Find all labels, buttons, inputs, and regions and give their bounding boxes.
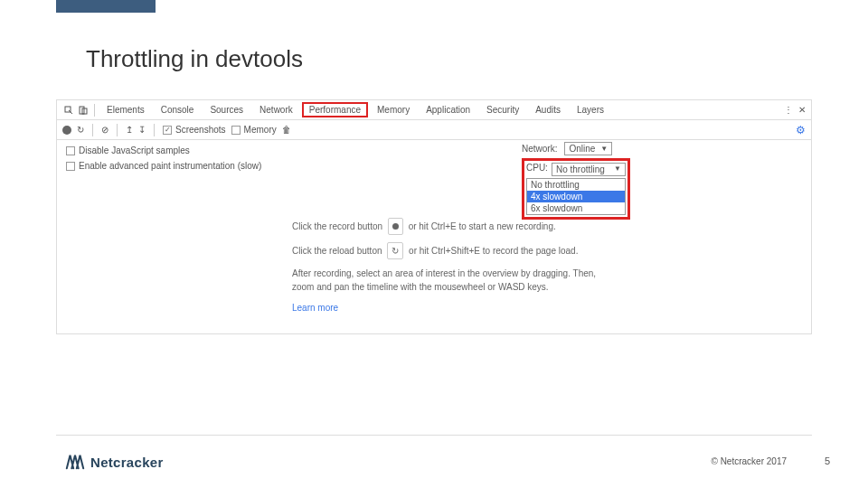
trash-icon[interactable]: 🗑 — [282, 125, 291, 135]
tab-console[interactable]: Console — [154, 102, 202, 117]
cpu-value: No throttling — [556, 164, 605, 174]
tab-performance[interactable]: Performance — [302, 102, 368, 117]
record-button-mini — [388, 218, 403, 235]
hint-after-text: After recording, select an area of inter… — [292, 267, 599, 294]
tab-layers[interactable]: Layers — [570, 102, 611, 117]
devtools-tab-bar: Elements Console Sources Network Perform… — [57, 100, 811, 120]
footer-divider — [56, 435, 812, 436]
tab-memory[interactable]: Memory — [370, 102, 417, 117]
slide-accent-bar — [56, 0, 156, 13]
enable-adv-label: Enable advanced paint instrumentation (s… — [79, 161, 261, 171]
recording-hints: Click the record button or hit Ctrl+E to… — [292, 218, 599, 314]
screenshots-checkbox[interactable]: Screenshots — [163, 125, 226, 135]
hint-reload-text: Click the reload button — [292, 246, 382, 256]
devtools-panel: Elements Console Sources Network Perform… — [56, 99, 812, 334]
tab-security[interactable]: Security — [479, 102, 526, 117]
network-throttle-dropdown[interactable]: Online ▼ — [564, 142, 612, 155]
reload-icon[interactable]: ↻ — [77, 125, 84, 135]
close-icon[interactable]: ✕ — [798, 105, 806, 115]
settings-gear-icon[interactable]: ⚙ — [796, 124, 806, 136]
network-label: Network: — [522, 144, 557, 154]
page-number: 5 — [825, 455, 830, 466]
cpu-option-4x[interactable]: 4x slowdown — [527, 191, 625, 202]
learn-more-link[interactable]: Learn more — [292, 301, 599, 314]
network-value: Online — [569, 144, 595, 154]
performance-toolbar: ↻ ⊘ ↥ ↧ Screenshots Memory 🗑 ⚙ — [57, 120, 811, 140]
cpu-label: CPU: — [526, 163, 548, 176]
separator — [94, 104, 95, 117]
more-icon[interactable]: ⋮ — [784, 105, 793, 115]
inspect-icon[interactable] — [62, 104, 75, 117]
tab-application[interactable]: Application — [419, 102, 477, 117]
chevron-down-icon: ▼ — [614, 164, 621, 174]
memory-label: Memory — [244, 125, 277, 135]
tab-audits[interactable]: Audits — [528, 102, 568, 117]
record-icon[interactable] — [62, 126, 71, 135]
slide-title: Throttling in devtools — [86, 45, 303, 73]
tab-sources[interactable]: Sources — [203, 102, 250, 117]
memory-checkbox[interactable]: Memory — [231, 125, 277, 135]
clear-icon[interactable]: ⊘ — [101, 125, 108, 135]
cpu-option-6x[interactable]: 6x slowdown — [527, 202, 625, 214]
save-profile-icon[interactable]: ↧ — [138, 125, 146, 135]
disable-js-samples-checkbox[interactable]: Disable JavaScript samples — [66, 145, 802, 155]
hint-reload-post: or hit Ctrl+Shift+E to record the page l… — [409, 246, 578, 256]
brand-logo: Netcracker — [65, 452, 164, 472]
separator — [117, 124, 118, 136]
load-profile-icon[interactable]: ↥ — [126, 125, 133, 135]
netcracker-logo-icon — [65, 452, 85, 472]
network-throttle-row: Network: Online ▼ — [522, 142, 630, 155]
cpu-throttle-dropdown[interactable]: No throttling ▼ — [552, 163, 626, 176]
device-toolbar-icon[interactable] — [77, 104, 90, 117]
tab-network[interactable]: Network — [252, 102, 300, 117]
chevron-down-icon: ▼ — [600, 145, 608, 153]
separator — [154, 124, 155, 136]
cpu-throttle-options: No throttling 4x slowdown 6x slowdown — [526, 178, 626, 215]
enable-advanced-paint-checkbox[interactable]: Enable advanced paint instrumentation (s… — [66, 161, 802, 171]
cpu-option-none[interactable]: No throttling — [527, 179, 625, 191]
reload-button-mini: ↻ — [387, 242, 403, 259]
copyright-text: © Netcracker 2017 — [711, 456, 787, 466]
brand-name: Netcracker — [90, 455, 164, 470]
tab-elements[interactable]: Elements — [99, 102, 152, 117]
hint-record-text: Click the record button — [292, 221, 382, 231]
screenshots-label: Screenshots — [175, 125, 226, 135]
cpu-throttle-highlight: CPU: No throttling ▼ No throttling 4x sl… — [522, 158, 630, 220]
separator — [92, 124, 93, 136]
hint-record-post: or hit Ctrl+E to start a new recording. — [409, 221, 556, 231]
disable-js-label: Disable JavaScript samples — [79, 145, 190, 155]
